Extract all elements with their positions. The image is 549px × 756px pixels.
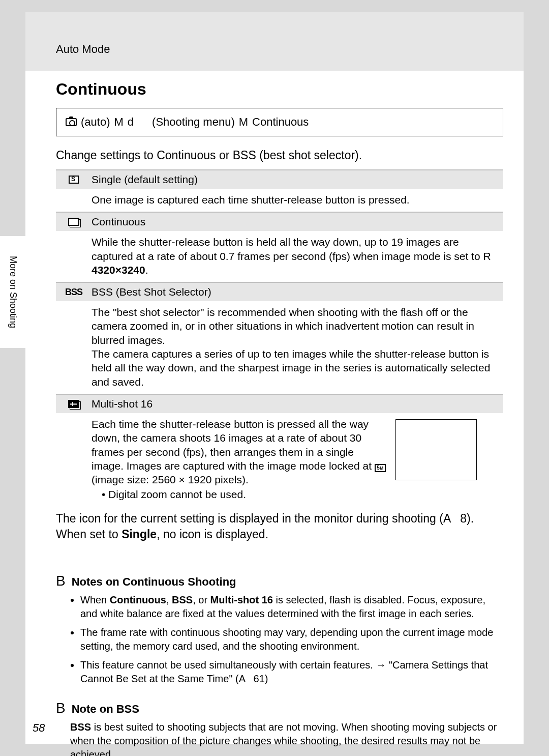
multishot-icon — [68, 400, 79, 408]
menu-path-box: (auto) M d (Shooting menu) M Continuous — [56, 108, 503, 136]
menu-path-continuous: Continuous — [252, 115, 309, 129]
section-title: Continuous — [56, 80, 503, 99]
row-multishot-text: Each time the shutter-release button is … — [92, 417, 386, 502]
row-multishot-head: Multi-shot 16 — [56, 394, 503, 413]
note-item-2: The frame rate with continuous shooting … — [80, 626, 503, 653]
note-item-1: When Continuous, BSS, or Multi-shot 16 i… — [80, 593, 503, 621]
row-continuous-label: Continuous — [92, 216, 503, 228]
row-multishot-body: Each time the shutter-release button is … — [56, 413, 503, 507]
row-single-head: Single (default setting) — [56, 169, 503, 189]
row-single-text: One image is captured each time shutter-… — [92, 193, 503, 207]
row-continuous-text: While the shutter-release button is held… — [92, 235, 503, 277]
five-m-icon: 5м — [375, 464, 386, 472]
row-single-body: One image is captured each time shutter-… — [56, 189, 503, 212]
menu-path-auto: (auto) — [81, 115, 110, 129]
menu-path-m2: M — [239, 115, 248, 129]
row-single-label: Single (default setting) — [92, 173, 503, 186]
note-marker-icon: B — [56, 573, 66, 589]
row-multishot-label: Multi-shot 16 — [92, 398, 503, 410]
multishot-sample-image — [395, 419, 477, 480]
row-bss-body: The "best shot selector" is recommended … — [56, 301, 503, 394]
notes-continuous-title: BNotes on Continuous Shooting — [56, 573, 503, 589]
menu-path-m1: M — [114, 115, 123, 129]
page-header-band: Auto Mode — [25, 12, 524, 71]
mode-label: Auto Mode — [56, 43, 110, 56]
multishot-bullet: • Digital zoom cannot be used. — [102, 487, 386, 501]
page-number: 58 — [33, 721, 45, 735]
row-continuous-body: While the shutter-release button is held… — [56, 231, 503, 282]
continuous-icon — [68, 218, 79, 226]
note-item-3: This feature cannot be used simultaneous… — [80, 658, 503, 686]
notes-bss-body: BSS is best suited to shooting subjects … — [56, 720, 503, 756]
intro-text: Change settings to Continuous or BSS (be… — [56, 149, 503, 162]
row-continuous-head: Continuous — [56, 212, 503, 231]
bss-icon: BSS — [65, 287, 82, 298]
notes-continuous-list: When Continuous, BSS, or Multi-shot 16 i… — [56, 593, 503, 686]
manual-page: Auto Mode More on Shooting Continuous (a… — [25, 12, 524, 744]
row-bss-head: BSS BSS (Best Shot Selector) — [56, 282, 503, 301]
menu-path-d: d — [128, 115, 134, 129]
row-bss-text: The "best shot selector" is recommended … — [92, 305, 503, 389]
settings-table: Single (default setting) One image is ca… — [56, 169, 503, 507]
row-bss-label: BSS (Best Shot Selector) — [92, 286, 503, 298]
single-icon — [69, 176, 79, 184]
menu-path-shooting: (Shooting menu) — [152, 115, 235, 129]
after-table-text: The icon for the current setting is disp… — [56, 511, 503, 542]
note-marker-icon: B — [56, 700, 66, 716]
page-content: Continuous (auto) M d (Shooting menu) M … — [56, 71, 503, 756]
notes-section: BNotes on Continuous Shooting When Conti… — [56, 573, 503, 756]
side-tab: More on Shooting — [0, 236, 25, 348]
camera-icon — [66, 118, 77, 126]
notes-bss-title: BNote on BSS — [56, 700, 503, 716]
side-tab-label: More on Shooting — [8, 256, 18, 328]
